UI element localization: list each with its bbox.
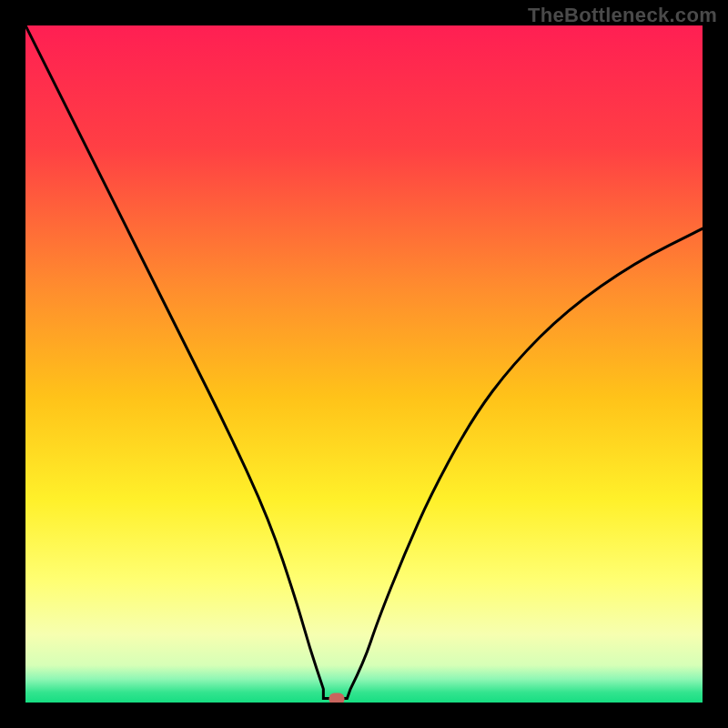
bottleneck-curve bbox=[25, 25, 703, 703]
optimal-point-marker bbox=[329, 693, 345, 703]
chart-frame: TheBottleneck.com bbox=[0, 0, 728, 728]
watermark-text: TheBottleneck.com bbox=[528, 4, 717, 27]
plot-area bbox=[25, 25, 703, 703]
